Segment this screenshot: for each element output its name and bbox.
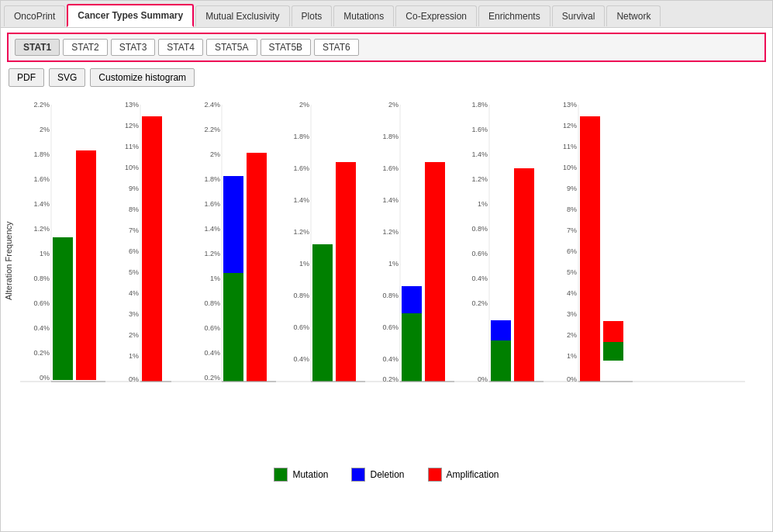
svg-text:1.8%: 1.8% bbox=[382, 133, 399, 140]
toolbar: PDF SVG Customize histogram bbox=[1, 62, 772, 93]
svg-text:0.2%: 0.2% bbox=[204, 374, 220, 382]
svg-text:0%: 0% bbox=[567, 375, 577, 383]
mutation-color-box bbox=[274, 468, 288, 482]
tab-oncoprint[interactable]: OncoPrint bbox=[4, 5, 65, 26]
svg-text:2%: 2% bbox=[567, 331, 577, 339]
legend-deletion: Deletion bbox=[351, 468, 404, 482]
deletion-color-box bbox=[351, 468, 365, 482]
chart-area: Alteration Frequency 2.2% 2% 1.8% 1.6% 1… bbox=[1, 93, 772, 460]
gene-tabs: STAT1 STAT2 STAT3 STAT4 STAT5A STAT5B ST… bbox=[12, 37, 761, 57]
tab-co-expression[interactable]: Co-Expression bbox=[395, 5, 477, 26]
svg-rect-112 bbox=[603, 321, 623, 342]
y-axis-label: Alteration Frequency bbox=[1, 93, 16, 429]
tab-plots[interactable]: Plots bbox=[292, 5, 333, 26]
tab-mutations[interactable]: Mutations bbox=[333, 5, 394, 26]
svg-text:1.6%: 1.6% bbox=[33, 175, 50, 183]
svg-text:2.2%: 2.2% bbox=[33, 101, 50, 109]
gene-tab-stat3[interactable]: STAT3 bbox=[111, 39, 156, 56]
svg-rect-62 bbox=[312, 244, 333, 382]
svg-text:11%: 11% bbox=[125, 143, 139, 150]
svg-text:9%: 9% bbox=[567, 185, 577, 192]
svg-text:2%: 2% bbox=[388, 101, 399, 109]
svg-text:9%: 9% bbox=[129, 185, 139, 192]
svg-text:8%: 8% bbox=[129, 206, 139, 213]
svg-text:0.6%: 0.6% bbox=[204, 324, 220, 332]
svg-text:3%: 3% bbox=[567, 310, 577, 318]
svg-rect-31 bbox=[142, 116, 162, 382]
svg-rect-50 bbox=[247, 153, 267, 382]
amplification-label: Amplification bbox=[447, 469, 499, 480]
svg-text:1.8%: 1.8% bbox=[471, 101, 488, 109]
gene-tab-stat5a[interactable]: STAT5A bbox=[206, 39, 257, 56]
svg-text:1.6%: 1.6% bbox=[293, 164, 309, 172]
tab-survival[interactable]: Survival bbox=[552, 5, 606, 26]
svg-rect-111 bbox=[603, 342, 623, 361]
svg-text:1.4%: 1.4% bbox=[293, 196, 309, 204]
svg-text:2%: 2% bbox=[210, 150, 220, 158]
svg-text:0.4%: 0.4% bbox=[382, 355, 399, 363]
svg-rect-13 bbox=[53, 237, 73, 380]
svg-text:1.8%: 1.8% bbox=[33, 150, 50, 158]
svg-text:12%: 12% bbox=[563, 122, 577, 130]
svg-text:1%: 1% bbox=[210, 275, 220, 282]
tab-enrichments[interactable]: Enrichments bbox=[478, 5, 550, 26]
amplification-color-box bbox=[428, 468, 442, 482]
svg-text:0%: 0% bbox=[129, 375, 139, 383]
svg-text:13%: 13% bbox=[125, 101, 139, 109]
svg-text:0.2%: 0.2% bbox=[471, 299, 488, 307]
svg-text:1%: 1% bbox=[40, 250, 50, 257]
svg-text:1.4%: 1.4% bbox=[382, 196, 399, 204]
gene-tab-stat4[interactable]: STAT4 bbox=[158, 39, 203, 56]
customize-histogram-button[interactable]: Customize histogram bbox=[90, 68, 195, 87]
svg-text:12%: 12% bbox=[125, 122, 139, 130]
svg-text:7%: 7% bbox=[567, 226, 577, 234]
gene-tab-stat6[interactable]: STAT6 bbox=[314, 39, 359, 56]
svg-text:4%: 4% bbox=[129, 289, 139, 297]
svg-text:1.4%: 1.4% bbox=[471, 150, 488, 158]
svg-rect-92 bbox=[491, 320, 511, 340]
gene-tab-stat5b[interactable]: STAT5B bbox=[261, 39, 312, 56]
svg-text:2.4%: 2.4% bbox=[204, 101, 220, 109]
svg-text:0.8%: 0.8% bbox=[293, 292, 309, 299]
svg-text:1.4%: 1.4% bbox=[33, 200, 50, 208]
svg-rect-78 bbox=[425, 162, 445, 382]
svg-text:5%: 5% bbox=[129, 268, 139, 276]
legend-mutation: Mutation bbox=[274, 468, 328, 482]
svg-text:4%: 4% bbox=[567, 289, 577, 297]
svg-text:3%: 3% bbox=[129, 310, 139, 318]
deletion-label: Deletion bbox=[370, 469, 404, 480]
tab-mutual-exclusivity[interactable]: Mutual Exclusivity bbox=[195, 5, 289, 26]
y-axis-group5: 2% 1.8% 1.6% 1.4% 1.2% 1% 0.8% 0.6% 0.4%… bbox=[382, 101, 454, 383]
svg-text:1%: 1% bbox=[388, 260, 399, 268]
svg-rect-76 bbox=[402, 313, 422, 382]
svg-text:6%: 6% bbox=[567, 247, 577, 255]
svg-text:0.4%: 0.4% bbox=[471, 275, 488, 282]
svg-text:0.4%: 0.4% bbox=[293, 355, 309, 363]
svg-text:0.2%: 0.2% bbox=[382, 375, 399, 383]
gene-tab-stat2[interactable]: STAT2 bbox=[63, 39, 108, 56]
tab-cancer-types-summary[interactable]: Cancer Types Summary bbox=[67, 4, 194, 27]
svg-text:1%: 1% bbox=[478, 200, 488, 208]
svg-text:1.4%: 1.4% bbox=[204, 225, 220, 233]
svg-text:2%: 2% bbox=[40, 126, 50, 133]
svg-button[interactable]: SVG bbox=[49, 68, 85, 87]
y-axis-group7: 13% 12% 11% 10% 9% 8% 7% 6% 5% 4% 3% 2% … bbox=[563, 101, 633, 383]
svg-text:0.2%: 0.2% bbox=[33, 349, 50, 357]
svg-text:1.2%: 1.2% bbox=[33, 225, 50, 233]
svg-text:1.2%: 1.2% bbox=[204, 250, 220, 257]
svg-rect-110 bbox=[580, 116, 600, 382]
pdf-button[interactable]: PDF bbox=[9, 68, 44, 87]
top-nav: OncoPrint Cancer Types Summary Mutual Ex… bbox=[1, 1, 772, 28]
svg-text:0.6%: 0.6% bbox=[293, 323, 309, 331]
svg-text:0.4%: 0.4% bbox=[204, 349, 220, 357]
svg-text:1%: 1% bbox=[129, 352, 139, 360]
svg-text:1%: 1% bbox=[299, 260, 309, 268]
svg-rect-48 bbox=[223, 273, 243, 382]
legend-amplification: Amplification bbox=[428, 468, 499, 482]
tab-network[interactable]: Network bbox=[606, 5, 661, 26]
svg-text:1.6%: 1.6% bbox=[471, 126, 488, 133]
svg-text:0.8%: 0.8% bbox=[382, 292, 399, 299]
gene-tab-stat1[interactable]: STAT1 bbox=[15, 39, 60, 56]
svg-text:11%: 11% bbox=[563, 143, 577, 150]
y-axis-group1: 2.2% 2% 1.8% 1.6% 1.4% 1.2% 1% 0.8% 0.6%… bbox=[33, 101, 105, 382]
